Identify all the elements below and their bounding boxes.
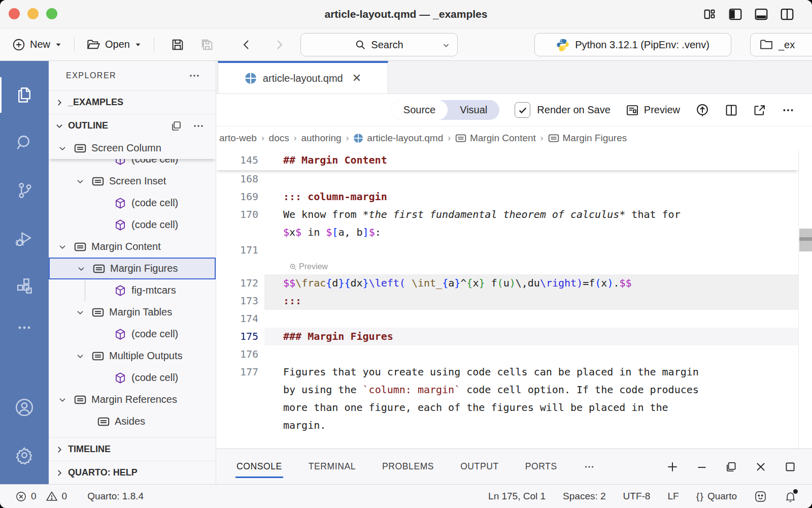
code-line: ### Margin Figures <box>264 328 798 345</box>
run-debug-icon[interactable] <box>0 214 49 262</box>
outline-item-margin-figures[interactable]: Margin Figures <box>49 258 216 279</box>
outline-item-code-cell[interactable]: (code cell) <box>49 214 216 236</box>
panel-add-icon[interactable] <box>666 460 679 473</box>
panel-minimize-icon[interactable] <box>695 460 708 473</box>
outline-item-screen-inset[interactable]: Screen Inset <box>49 170 216 192</box>
sidebar-section-timeline[interactable]: TIMELINE <box>49 437 216 461</box>
source-control-icon[interactable] <box>0 167 49 214</box>
explorer-icon[interactable] <box>0 71 49 119</box>
global-search-input[interactable]: Search <box>300 33 458 56</box>
top-action-bar: New Open <box>0 28 812 61</box>
search-icon[interactable] <box>0 119 49 167</box>
breadcrumb-item-symbol[interactable]: Margin Figures <box>548 133 627 144</box>
quarto-version-status[interactable]: Quarto: 1.8.4 <box>87 491 144 502</box>
encoding-status[interactable]: UTF-8 <box>623 491 651 502</box>
panel-close-icon[interactable] <box>754 460 767 473</box>
sticky-scroll-line[interactable]: 145 ## Margin Content <box>216 150 798 170</box>
outline-item-margin-tables[interactable]: Margin Tables <box>49 301 216 323</box>
toggle-right-sidebar-icon[interactable] <box>780 7 795 22</box>
panel-more-tabs-icon[interactable] <box>583 456 596 478</box>
open-external-icon[interactable] <box>753 104 766 117</box>
visual-mode-button[interactable]: Visual <box>448 100 499 120</box>
toggle-bottom-panel-icon[interactable] <box>754 7 769 22</box>
language-mode-status[interactable]: { } Quarto <box>696 491 737 502</box>
bottom-panel-bar: CONSOLE TERMINAL PROBLEMS OUTPUT PORTS <box>216 449 812 484</box>
chevron-down-icon <box>134 41 142 48</box>
breadcrumb-item-symbol[interactable]: Margin Content <box>455 133 536 144</box>
outline-item-code-cell[interactable]: (code cell) <box>49 192 216 214</box>
source-mode-button[interactable]: Source <box>391 100 448 120</box>
panel-maximize-icon[interactable] <box>784 460 797 473</box>
breadcrumb-item[interactable]: authoring <box>301 133 341 144</box>
toggle-left-sidebar-icon[interactable] <box>728 7 743 22</box>
extensions-icon[interactable] <box>0 262 49 310</box>
customize-layout-icon[interactable] <box>702 7 717 22</box>
breadcrumb-item[interactable]: docs <box>269 133 289 144</box>
breadcrumb-item[interactable]: arto-web <box>219 133 257 144</box>
publish-icon[interactable] <box>695 103 709 117</box>
outline-item-code-cell[interactable]: (code cell) <box>49 367 216 389</box>
section-symbol-icon <box>74 395 87 405</box>
editor-scrollbar[interactable] <box>798 150 812 449</box>
workspace-selector[interactable]: _ex <box>750 33 812 56</box>
more-actions-icon[interactable] <box>782 104 795 117</box>
code-row: 170 We know from *the first fundamental … <box>216 206 798 224</box>
outline-item-margin-references[interactable]: Margin References <box>49 389 216 410</box>
preview-button[interactable]: Preview <box>626 104 680 117</box>
sidebar-section-quarto-help[interactable]: QUARTO: HELP <box>49 461 216 484</box>
collapse-all-icon[interactable] <box>170 120 182 132</box>
split-editor-icon[interactable] <box>725 104 738 117</box>
panel-tab-ports[interactable]: PORTS <box>524 456 558 477</box>
account-icon[interactable] <box>0 384 49 431</box>
panel-tab-terminal[interactable]: TERMINAL <box>308 456 357 477</box>
explorer-more-actions-icon[interactable] <box>188 70 200 82</box>
panel-tab-problems[interactable]: PROBLEMS <box>381 456 435 477</box>
outline-more-actions-icon[interactable] <box>192 120 205 132</box>
render-on-save-label: Render on Save <box>537 104 611 116</box>
panel-tab-console[interactable]: CONSOLE <box>235 456 283 477</box>
chevron-down-icon[interactable] <box>442 41 450 49</box>
outline-item-code-cell[interactable]: (code cell) <box>49 323 216 345</box>
warning-count: 0 <box>62 491 67 502</box>
section-symbol-icon <box>91 351 105 361</box>
quarto-file-icon <box>245 72 257 84</box>
notifications-bell-icon[interactable] <box>784 490 797 503</box>
breadcrumb-item-file[interactable]: article-layout.qmd <box>353 133 443 144</box>
indentation-status[interactable]: Spaces: 2 <box>563 491 606 502</box>
close-tab-icon[interactable]: ✕ <box>352 72 361 85</box>
outline-item-fig-mtcars[interactable]: fig-mtcars <box>49 279 216 301</box>
chevron-down-icon <box>55 121 64 131</box>
sidebar-section-outline[interactable]: OUTLINE <box>49 114 216 137</box>
code-row-wrap: margin. <box>216 417 798 434</box>
section-symbol-icon <box>92 264 106 274</box>
navigate-forward-icon[interactable] <box>273 39 285 51</box>
problems-status[interactable]: 0 0 <box>15 490 67 502</box>
open-button[interactable]: Open <box>87 39 142 51</box>
outline-item-screen-column[interactable]: Screen Column <box>49 137 216 159</box>
outline-item-asides[interactable]: Asides <box>49 410 216 432</box>
interpreter-selector[interactable]: Python 3.12.1 (PipEnv: .venv) <box>534 33 731 56</box>
panel-restore-icon[interactable] <box>725 460 738 473</box>
chevron-right-icon <box>55 468 64 478</box>
navigate-back-icon[interactable] <box>241 39 253 51</box>
code-line: Figures that you create using code cells… <box>264 363 798 381</box>
render-on-save-checkbox[interactable]: Render on Save <box>515 102 611 118</box>
code-editor[interactable]: 145 ## Margin Content 168 169 ::: column… <box>216 150 812 449</box>
save-icon[interactable] <box>171 38 185 52</box>
tab-article-layout-qmd[interactable]: article-layout.qmd ✕ <box>218 61 388 93</box>
chevron-down-icon <box>74 352 87 361</box>
cursor-position-status[interactable]: Ln 175, Col 1 <box>488 491 546 502</box>
outline-item-margin-content[interactable]: Margin Content <box>49 236 216 258</box>
feedback-smiley-icon[interactable] <box>754 490 767 503</box>
outline-item-multiple-outputs[interactable]: Multiple Outputs <box>49 345 216 367</box>
editor-action-bar: Source Visual Render on Save Preview <box>216 94 812 126</box>
settings-gear-icon[interactable] <box>0 431 49 479</box>
sidebar-section-examples[interactable]: _EXAMPLES <box>49 90 216 114</box>
additional-views-icon[interactable] <box>0 310 49 345</box>
math-preview-codelens[interactable]: Preview <box>289 262 328 271</box>
new-button[interactable]: New <box>12 38 62 51</box>
panel-tab-output[interactable]: OUTPUT <box>459 456 500 477</box>
save-all-icon[interactable] <box>200 38 214 52</box>
eol-status[interactable]: LF <box>667 491 679 502</box>
checkbox-checked-icon[interactable] <box>515 102 530 118</box>
